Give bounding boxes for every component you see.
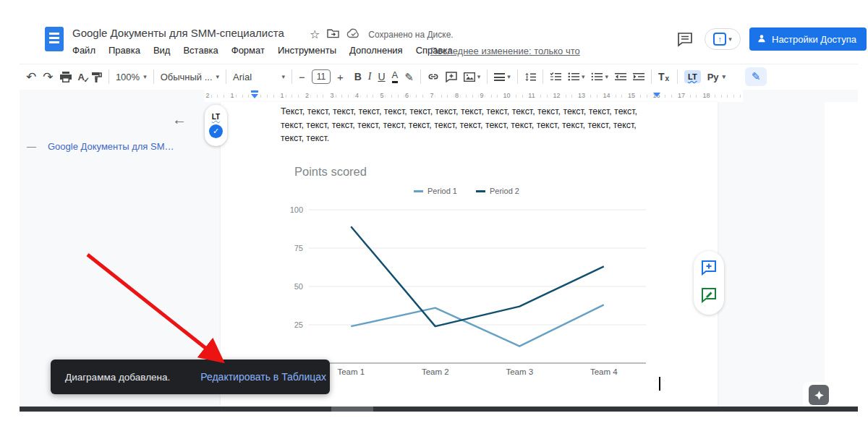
chevron-down-icon: ▾ — [728, 36, 732, 43]
underline-button[interactable]: U — [378, 72, 385, 82]
insert-link-icon[interactable] — [427, 71, 439, 82]
suggest-edits-margin-icon[interactable] — [701, 287, 717, 306]
numbered-list-icon[interactable]: ▾ — [591, 72, 608, 81]
menu-format[interactable]: Формат — [231, 45, 265, 56]
chart-title: Points scored — [294, 165, 367, 179]
ruler-number: 12 — [551, 92, 561, 99]
explore-star-icon — [814, 390, 825, 401]
add-comment-margin-icon[interactable] — [701, 260, 717, 278]
toast-notification: Диаграмма добавлена. Редактировать в Таб… — [51, 359, 330, 394]
right-margin-marker[interactable] — [653, 93, 660, 97]
left-margin-marker[interactable] — [251, 94, 258, 98]
ruler-number: 2 — [304, 92, 310, 99]
close-outline-icon[interactable]: ← — [172, 112, 187, 127]
menu-edit[interactable]: Правка — [109, 45, 140, 56]
spellcheck-icon[interactable]: A ✓ — [78, 72, 85, 82]
ruler-number: 5 — [378, 92, 385, 99]
languagetool-panel: LT ✓ — [205, 105, 227, 146]
svg-text:25: 25 — [294, 320, 303, 329]
font-size-increase-button[interactable]: + — [337, 72, 344, 82]
toast-action-link[interactable]: Редактировать в Таблицах — [200, 371, 326, 383]
paragraph-style-select[interactable]: Обычный ...▾ — [161, 72, 219, 82]
toolbar: ↶ ↷ A ✓ 100%▾ Обычный ...▾ Arial▾ − 11 +… — [26, 66, 767, 88]
divider — [226, 69, 226, 84]
increase-indent-icon[interactable] — [633, 72, 644, 81]
languagetool-toolbar-icon[interactable]: LT — [684, 70, 701, 83]
menu-file[interactable]: Файл — [72, 45, 95, 56]
align-icon[interactable]: ▾ — [494, 73, 511, 81]
legend-item: Period 1 — [414, 187, 457, 195]
ruler-number: 9 — [478, 92, 485, 99]
explore-button[interactable] — [809, 385, 829, 405]
chevron-down-icon: ▾ — [507, 74, 511, 80]
comments-icon[interactable] — [677, 32, 693, 50]
input-tools-select[interactable]: Ру▾ — [707, 72, 726, 82]
divider — [542, 69, 543, 84]
svg-text:100: 100 — [290, 205, 303, 214]
divider — [292, 69, 292, 84]
font-size-decrease-button[interactable]: − — [299, 72, 305, 82]
divider — [651, 69, 652, 84]
font-size-field[interactable]: 11 — [312, 69, 331, 84]
ruler-number: 18 — [701, 92, 711, 99]
zoom-select[interactable]: 100%▾ — [116, 72, 147, 82]
svg-text:50: 50 — [294, 282, 303, 291]
saved-status[interactable]: Сохранено на Диске. — [368, 30, 453, 40]
ruler-number: 3 — [328, 92, 335, 99]
ruler-number: 11 — [527, 92, 536, 99]
scrollbar-track[interactable] — [825, 102, 858, 407]
undo-icon[interactable]: ↶ — [26, 71, 36, 83]
chevron-down-icon: ▾ — [143, 74, 147, 80]
print-icon[interactable] — [60, 72, 72, 82]
scrollbar-thumb[interactable] — [331, 407, 373, 412]
menu-addons[interactable]: Дополнения — [349, 45, 403, 56]
decrease-indent-icon[interactable] — [615, 72, 626, 81]
clear-formatting-icon[interactable]: Tx — [658, 72, 671, 82]
cloud-saved-icon — [346, 28, 361, 41]
embedded-chart[interactable]: Points scored Period 1Period 2 100755025… — [286, 165, 647, 383]
languagetool-check-icon[interactable]: ✓ — [209, 124, 223, 138]
ruler-number: 1 — [229, 92, 235, 99]
document-paragraph[interactable]: Текст, текст, текст, текст, текст, текст… — [281, 105, 648, 145]
redo-icon[interactable]: ↷ — [43, 71, 53, 83]
ruler-number: 1 — [278, 92, 285, 99]
chevron-down-icon: ▾ — [477, 74, 481, 80]
chart-plot: 1007550250Team 1Team 2Team 3Team 4 — [286, 203, 647, 379]
bulleted-list-icon[interactable]: ▾ — [568, 72, 585, 81]
line-spacing-icon[interactable] — [524, 72, 536, 82]
languagetool-icon[interactable]: LT — [212, 113, 220, 121]
google-docs-logo-icon[interactable] — [45, 27, 64, 51]
share-access-button[interactable]: Настройки Доступа — [749, 27, 867, 51]
divider — [420, 69, 421, 84]
ruler-number: 7 — [428, 92, 435, 99]
outline-item[interactable]: — Google Документы для SM… — [27, 141, 174, 152]
bold-button[interactable]: B — [354, 72, 362, 82]
insert-image-icon[interactable]: ▾ — [464, 72, 481, 82]
ruler-number: 13 — [576, 92, 587, 99]
first-line-indent-marker[interactable] — [251, 90, 258, 93]
outline-dash-icon: — — [27, 141, 36, 152]
last-edit-link[interactable]: Последнее изменение: только что — [430, 46, 580, 56]
text-color-button[interactable]: A — [392, 70, 399, 82]
document-title[interactable]: Google Документы для SMM-специалиста — [72, 27, 284, 39]
italic-button[interactable]: I — [368, 72, 372, 82]
editing-mode-button[interactable]: ✎ — [745, 67, 767, 86]
menu-view[interactable]: Вид — [153, 45, 171, 56]
svg-text:Team 3: Team 3 — [506, 367, 533, 376]
menu-insert[interactable]: Вставка — [183, 45, 218, 56]
svg-text:Team 1: Team 1 — [337, 367, 365, 376]
divider — [487, 69, 488, 84]
star-icon[interactable]: ☆ — [310, 29, 320, 41]
outline-item-label: Google Документы для SM… — [48, 141, 174, 152]
font-select[interactable]: Arial▾ — [233, 72, 285, 82]
paint-format-icon[interactable] — [91, 72, 102, 82]
menu-tools[interactable]: Инструменты — [278, 45, 336, 56]
presentation-mode-button[interactable]: ↑ ▾ — [705, 28, 741, 50]
move-folder-icon[interactable] — [327, 28, 339, 41]
svg-text:Team 4: Team 4 — [590, 367, 618, 376]
highlight-color-icon[interactable]: ✎ — [404, 72, 414, 82]
legend-item: Period 2 — [476, 187, 519, 195]
checklist-icon[interactable] — [550, 72, 561, 81]
chevron-down-icon: ▾ — [723, 74, 726, 80]
add-comment-icon[interactable] — [446, 72, 457, 82]
